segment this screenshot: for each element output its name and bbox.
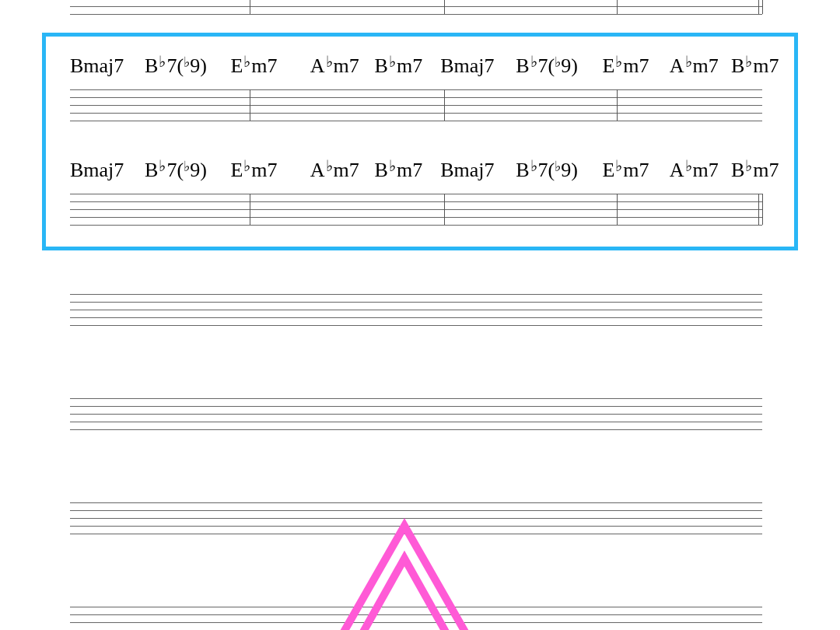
chord-symbol: E♭m7 bbox=[602, 56, 649, 76]
barline bbox=[617, 194, 618, 225]
barline bbox=[444, 0, 445, 14]
chord-symbol: E♭m7 bbox=[230, 160, 277, 180]
chord-symbol: A♭m7 bbox=[670, 56, 719, 76]
chord-symbol: B♭m7 bbox=[375, 160, 423, 180]
chord-symbol: B♭7(♭9) bbox=[516, 160, 578, 182]
barline bbox=[762, 0, 763, 14]
staff-row bbox=[70, 0, 762, 14]
chord-symbol: B♭7(♭9) bbox=[516, 56, 578, 78]
chord-symbol: B♭m7 bbox=[375, 56, 423, 76]
chord-symbol: E♭m7 bbox=[602, 160, 649, 180]
chord-row: Bmaj7B♭7(♭9)E♭m7A♭m7B♭m7Bmaj7B♭7(♭9)E♭m7… bbox=[70, 160, 762, 191]
chord-symbol: B♭m7 bbox=[731, 56, 779, 76]
chord-symbol: Bmaj7 bbox=[440, 160, 494, 180]
barline bbox=[758, 194, 759, 225]
chord-symbol: B♭7(♭9) bbox=[145, 56, 207, 78]
barline bbox=[758, 0, 759, 14]
barline bbox=[762, 194, 763, 225]
chord-symbol: Bmaj7 bbox=[70, 56, 124, 76]
chord-row: Bmaj7B♭7(♭9)E♭m7A♭m7B♭m7Bmaj7B♭7(♭9)E♭m7… bbox=[70, 56, 762, 87]
chord-symbol: B♭7(♭9) bbox=[145, 160, 207, 182]
staff-row bbox=[70, 607, 762, 630]
barline bbox=[617, 89, 618, 121]
sheet-music-page: Bmaj7B♭7(♭9)E♭m7A♭m7B♭m7Bmaj7B♭7(♭9)E♭m7… bbox=[0, 0, 840, 630]
barline bbox=[250, 194, 250, 225]
staff-row bbox=[70, 89, 762, 121]
chord-symbol: B♭m7 bbox=[731, 160, 779, 180]
barline bbox=[250, 89, 250, 121]
barline bbox=[250, 0, 250, 14]
chord-symbol: A♭m7 bbox=[670, 160, 719, 180]
barline bbox=[617, 0, 618, 14]
staff-row bbox=[70, 294, 762, 325]
barline bbox=[444, 89, 445, 121]
chord-symbol: A♭m7 bbox=[310, 56, 359, 76]
chord-symbol: Bmaj7 bbox=[70, 160, 124, 180]
chord-symbol: A♭m7 bbox=[310, 160, 359, 180]
staff-row bbox=[70, 398, 762, 429]
chord-symbol: Bmaj7 bbox=[440, 56, 494, 76]
staff-row bbox=[70, 194, 762, 225]
barline bbox=[444, 194, 445, 225]
chord-symbol: E♭m7 bbox=[230, 56, 277, 76]
staff-row bbox=[70, 502, 762, 534]
